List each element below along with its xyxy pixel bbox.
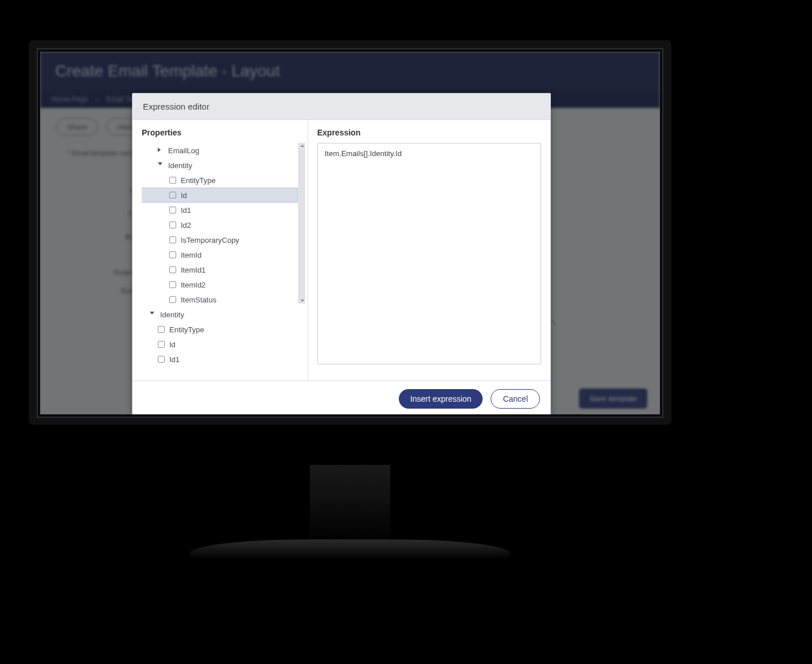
tree-node-id1-b[interactable]: Id1 (142, 352, 297, 367)
cancel-button[interactable]: Cancel (491, 389, 540, 409)
tree-node-label: EmailLog (168, 146, 199, 155)
tree-node-emaillog[interactable]: EmailLog (142, 143, 297, 158)
chevron-right-icon (158, 147, 164, 153)
tree-node-identity[interactable]: Identity (142, 158, 297, 173)
screen: Create Email Template - Layout Home Page… (40, 52, 660, 414)
cursor-icon: ↖ (550, 318, 557, 327)
monitor-stand-neck (310, 465, 390, 545)
dialog-title: Expression editor (133, 94, 550, 120)
property-icon (169, 296, 176, 303)
property-icon (158, 326, 165, 333)
tree-node-label: Id (181, 191, 187, 200)
property-icon (169, 222, 176, 228)
tree-node-label: ItemStatus (181, 296, 216, 304)
tree-node-itemstatus[interactable]: ItemStatus (142, 292, 297, 307)
insert-expression-button[interactable]: Insert expression (399, 389, 483, 409)
chevron-down-icon (150, 312, 156, 317)
tree-node-label: EntityType (181, 176, 216, 185)
tree-node-identity-root[interactable]: Identity (142, 307, 297, 322)
tree-node-itemid1[interactable]: ItemId1 (142, 262, 297, 277)
scrollbar[interactable] (298, 143, 305, 304)
tree-node-label: Id (169, 340, 176, 349)
expression-heading: Expression (317, 128, 541, 137)
chevron-down-icon (158, 162, 164, 168)
tree-node-label: ItemId (181, 251, 201, 259)
tree-node-itemid2[interactable]: ItemId2 (142, 277, 297, 292)
tree-node-id2[interactable]: Id2 (142, 218, 297, 232)
property-icon (169, 236, 176, 243)
tree-node-label: Identity (160, 310, 184, 319)
tree-node-itemid[interactable]: ItemId (142, 247, 297, 262)
tree-node-id[interactable]: Id (142, 188, 298, 203)
tree-node-label: Id1 (181, 206, 191, 215)
property-icon (169, 281, 176, 288)
property-icon (169, 266, 176, 273)
property-icon (169, 177, 176, 184)
tree-node-id1[interactable]: Id1 (142, 203, 297, 218)
expression-textarea[interactable] (317, 143, 541, 364)
property-icon (158, 341, 165, 348)
tree-node-id-b[interactable]: Id (142, 337, 297, 352)
properties-heading: Properties (142, 128, 305, 137)
tree-node-label: ItemId2 (181, 281, 205, 289)
tree-node-entitytype2[interactable]: EntityType (142, 322, 297, 337)
property-icon (169, 207, 176, 213)
properties-tree[interactable]: EmailLog Identity EntityType (142, 143, 305, 372)
tree-node-label: Id2 (181, 221, 191, 230)
tree-node-label: IsTemporaryCopy (181, 236, 239, 244)
monitor-stand-base (189, 539, 511, 568)
property-icon (169, 251, 176, 258)
tree-node-label: Id1 (169, 355, 180, 364)
tree-node-label: ItemId1 (181, 266, 205, 274)
tree-node-label: EntityType (169, 325, 204, 334)
tree-node-label: Identity (168, 161, 192, 170)
expression-editor-dialog: Expression editor Properties EmailLog (132, 93, 551, 414)
tree-node-entitytype[interactable]: EntityType (142, 173, 297, 188)
tree-node-istemporarycopy[interactable]: IsTemporaryCopy (142, 232, 297, 247)
property-icon (158, 356, 165, 363)
property-icon (169, 192, 176, 199)
